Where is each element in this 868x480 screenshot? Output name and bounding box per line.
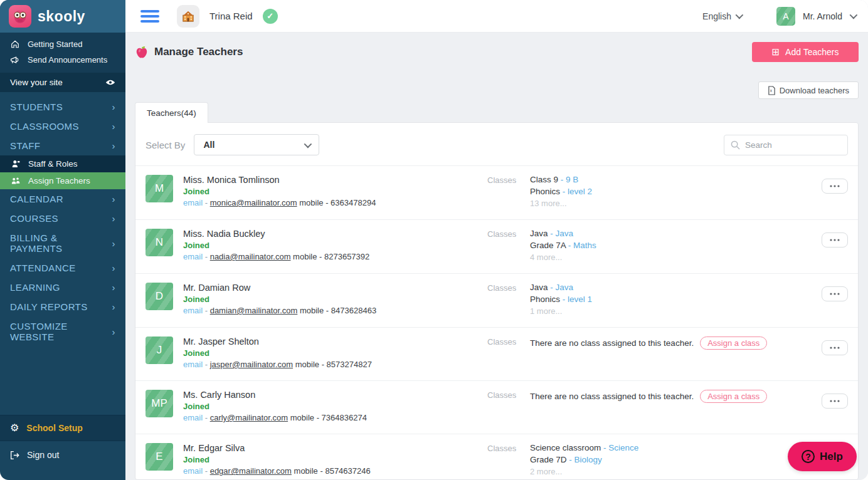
teacher-contact: email - jasper@mailinator.com mobile - 8… xyxy=(183,360,487,369)
email-label: email xyxy=(183,360,203,369)
user-menu[interactable]: A Mr. Arnold xyxy=(776,7,855,26)
main-area: Trina Reid ✓ English A Mr. Arnold xyxy=(125,0,868,480)
teacher-email-link[interactable]: carly@mailinator.com xyxy=(210,413,288,422)
row-menu-button[interactable] xyxy=(822,394,848,409)
user-name: Mr. Arnold xyxy=(803,11,842,21)
teacher-name: Ms. Carly Hanson xyxy=(183,390,487,400)
plus-square-icon: ⊞ xyxy=(772,46,780,58)
sidebar-item-staff[interactable]: STAFF› xyxy=(0,136,125,155)
nav-label: LEARNING xyxy=(10,282,60,293)
class-link[interactable]: 9 B xyxy=(566,175,578,184)
teacher-email-link[interactable]: jasper@mailinator.com xyxy=(210,360,293,369)
more-classes-link[interactable]: 1 more... xyxy=(530,306,807,316)
teacher-contact: email - carly@mailinator.com mobile - 73… xyxy=(183,413,487,422)
search-icon xyxy=(731,140,740,150)
teacher-status: Joined xyxy=(183,295,487,304)
excel-file-icon: x xyxy=(768,86,776,95)
nav-label: ATTENDANCE xyxy=(10,263,76,273)
sidebar-item-attendance[interactable]: ATTENDANCE› xyxy=(0,258,125,278)
sidebar-item-send-announcements[interactable]: Send Announcements xyxy=(0,52,125,68)
school-name[interactable]: Trina Reid xyxy=(209,11,253,21)
sidebar-item-assign-teachers[interactable]: Assign Teachers xyxy=(0,172,125,189)
topbar: Trina Reid ✓ English A Mr. Arnold xyxy=(125,0,868,33)
nav-label: CLASSROOMS xyxy=(10,121,79,132)
school-building-icon[interactable] xyxy=(177,5,199,28)
logo-band[interactable]: skooly xyxy=(0,0,125,33)
class-name: Science classroom xyxy=(530,443,601,452)
gear-icon: ⚙ xyxy=(10,423,19,433)
class-name: Phonics xyxy=(530,187,560,196)
owl-logo-icon xyxy=(9,5,31,28)
help-button[interactable]: ? Help xyxy=(788,442,857,471)
search-input[interactable] xyxy=(745,140,841,150)
add-teachers-button[interactable]: ⊞ Add Teachers xyxy=(752,42,859,62)
sidebar-item-daily-reports[interactable]: DAILY REPORTS› xyxy=(0,297,125,316)
filter-bar: Select By All xyxy=(135,123,858,165)
teacher-avatar: D xyxy=(146,283,173,310)
sidebar-item-learning[interactable]: LEARNING› xyxy=(0,278,125,297)
sidebar-item-school-setup[interactable]: ⚙ School Setup xyxy=(0,415,125,441)
teacher-email-link[interactable]: edgar@mailinator.com xyxy=(210,466,292,476)
sidebar-item-view-your-site[interactable]: View your site xyxy=(0,73,125,92)
teacher-email-link[interactable]: nadia@mailinator.com xyxy=(210,252,291,261)
classes-column-label: Classes xyxy=(487,337,525,347)
more-classes-link[interactable]: 2 more... xyxy=(530,467,807,476)
row-actions xyxy=(807,229,848,248)
more-classes-link[interactable]: 4 more... xyxy=(530,253,807,262)
assign-class-button[interactable]: Assign a class xyxy=(700,390,767,403)
teacher-email-link[interactable]: monica@mailinator.com xyxy=(210,198,297,207)
nav-label: COURSES xyxy=(10,213,58,224)
class-line: Class 9 - 9 B xyxy=(530,175,807,184)
sidebar-item-sign-out[interactable]: Sign out xyxy=(0,441,125,469)
sidebar-item-staff-roles[interactable]: Staff & Roles xyxy=(0,155,125,172)
ellipsis-icon xyxy=(830,347,840,349)
sidebar-item-billing-payments[interactable]: BILLING & PAYMENTS› xyxy=(0,228,125,258)
sidebar-item-calendar[interactable]: CALENDAR› xyxy=(0,189,125,209)
class-line: Java - Java xyxy=(530,229,807,238)
hamburger-menu-icon[interactable] xyxy=(140,10,159,23)
chevron-right-icon: › xyxy=(112,326,115,337)
search-box xyxy=(724,135,848,155)
class-line: Phonics - level 1 xyxy=(530,295,807,304)
class-link[interactable]: level 1 xyxy=(568,295,592,304)
class-link[interactable]: Science xyxy=(608,443,638,452)
tab-teachers[interactable]: Teachers(44) xyxy=(135,102,208,123)
select-by-dropdown[interactable]: All xyxy=(194,134,319,155)
class-name: Java xyxy=(530,229,548,238)
sidebar-item-getting-started[interactable]: Getting Started xyxy=(0,36,125,52)
page-title: Manage Teachers xyxy=(154,46,243,58)
nav-label: CALENDAR xyxy=(10,194,63,204)
teacher-identity: Miss. Nadia Buckley Joined email - nadia… xyxy=(183,229,487,261)
staff-submenu: Staff & Roles Assign Teachers xyxy=(0,155,125,189)
row-menu-button[interactable] xyxy=(822,286,848,301)
assign-class-button[interactable]: Assign a class xyxy=(700,337,767,350)
class-link[interactable]: Maths xyxy=(573,241,596,250)
chevron-right-icon: › xyxy=(112,263,115,273)
row-menu-button[interactable] xyxy=(822,232,848,248)
sidebar-item-students[interactable]: STUDENTS› xyxy=(0,97,125,117)
more-classes-link[interactable]: 13 more... xyxy=(530,199,807,208)
teacher-mobile: 8573274827 xyxy=(327,360,372,369)
chevron-right-icon: › xyxy=(112,194,115,204)
sidebar-item-classrooms[interactable]: CLASSROOMS› xyxy=(0,117,125,136)
class-link[interactable]: Biology xyxy=(574,455,602,464)
class-link[interactable]: Java xyxy=(556,283,574,292)
ellipsis-icon xyxy=(830,293,840,295)
mobile-label: mobile xyxy=(290,413,314,422)
nav-label: STAFF xyxy=(10,140,40,151)
teacher-contact: email - monica@mailinator.com mobile - 6… xyxy=(183,198,487,207)
teacher-email-link[interactable]: damian@mailinator.com xyxy=(210,306,298,315)
chevron-right-icon: › xyxy=(112,282,115,293)
sidebar-item-customize-website[interactable]: CUSTOMIZE WEBSITE› xyxy=(0,316,125,347)
row-menu-button[interactable] xyxy=(822,179,848,194)
class-link[interactable]: Java xyxy=(556,229,574,238)
row-menu-button[interactable] xyxy=(822,340,848,355)
view-site-label: View your site xyxy=(10,78,63,87)
sidebar-item-courses[interactable]: COURSES› xyxy=(0,209,125,228)
class-link[interactable]: level 2 xyxy=(568,187,592,196)
ellipsis-icon xyxy=(830,185,840,187)
download-teachers-button[interactable]: x Download teachers xyxy=(758,81,859,99)
language-selector[interactable]: English xyxy=(702,11,741,21)
class-name: Phonics xyxy=(530,295,560,304)
class-name: Grade 7D xyxy=(530,455,567,464)
